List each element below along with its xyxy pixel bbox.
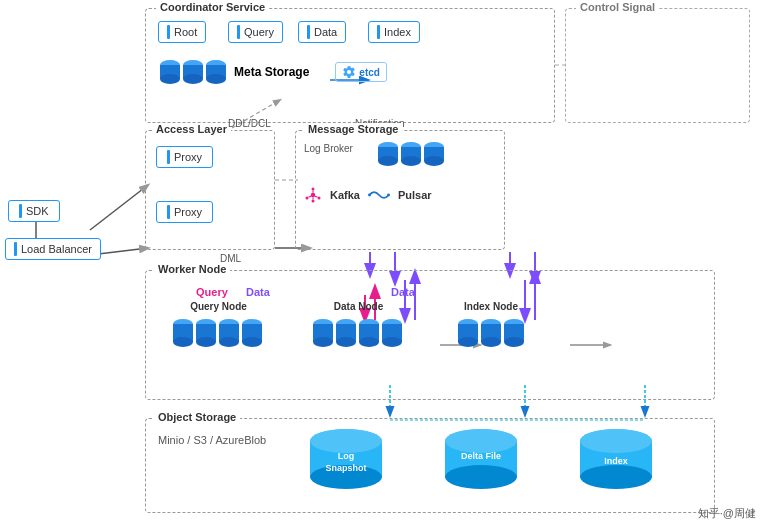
svg-point-45 [312,200,315,203]
delta-file-db: Delta File [441,429,521,497]
svg-point-42 [424,156,444,166]
delta-file-label: Delta File [461,451,501,463]
meta-storage-cylinders [158,57,228,87]
pulsar-label: Pulsar [398,189,432,201]
coordinator-section: Coordinator Service Root Query Data Inde… [145,8,555,123]
svg-point-56 [173,337,193,347]
svg-point-53 [387,194,390,197]
index-db: Index [576,429,656,497]
sdk-node: SDK [8,200,60,222]
proxy2-node: Proxy [156,201,213,223]
log-snapshot-label: Log Snapshot [325,451,366,474]
svg-point-90 [310,429,382,453]
worker-node-section: Worker Node Query Data Data Query Node [145,270,715,400]
svg-point-47 [318,197,321,200]
data-coord-node: Data [298,21,346,43]
log-snapshot-db: Log Snapshot [306,429,386,497]
query-node-label: Query Node [171,301,266,312]
svg-point-52 [368,194,371,197]
message-storage-label: Message Storage [304,123,402,135]
svg-point-36 [378,156,398,166]
index-storage-label: Index [604,456,628,468]
query-flow-label: Query [196,286,228,298]
data-flow-label1: Data [246,286,270,298]
control-signal-label: Control Signal [576,1,659,13]
svg-point-68 [313,337,333,347]
index-node-label: Index Node [456,301,526,312]
svg-point-59 [196,337,216,347]
object-storage-label: Object Storage [154,411,240,423]
data-node-label: Data Node [311,301,406,312]
svg-point-83 [481,337,501,347]
svg-point-98 [580,429,652,453]
coordinator-label: Coordinator Service [156,1,269,13]
svg-point-97 [580,465,652,489]
svg-point-93 [445,465,517,489]
svg-line-51 [315,196,318,197]
svg-point-77 [382,337,402,347]
meta-storage-label: Meta Storage [234,65,309,79]
proxy1-node: Proxy [156,146,213,168]
etcd-gear-icon [342,65,356,79]
object-storage-section: Object Storage Minio / S3 / AzureBlob Lo… [145,418,715,513]
svg-point-46 [306,197,309,200]
message-storage-section: Message Storage Log Broker [295,130,505,250]
etcd-node: etcd [335,62,387,82]
query-coord-node: Query [228,21,283,43]
log-broker-cylinders [376,139,456,171]
svg-point-94 [445,429,517,453]
ddl-dcl-label: DDL/DCL [228,118,271,129]
svg-point-39 [401,156,421,166]
pulsar-icon [368,186,390,204]
minio-s3-label: Minio / S3 / AzureBlob [158,434,266,446]
svg-point-62 [219,337,239,347]
access-layer-label: Access Layer [152,123,231,135]
watermark: 知乎·@周健 [698,506,756,521]
index-node-cylinders [456,316,526,354]
svg-line-1 [90,185,148,230]
control-signal-box: Control Signal [565,8,750,123]
data-flow-label2: Data [391,286,415,298]
svg-line-50 [309,196,312,197]
svg-point-33 [206,74,226,84]
svg-point-44 [312,188,315,191]
data-node-cylinders [311,316,406,354]
svg-point-30 [183,74,203,84]
query-node-cylinders [171,316,266,354]
etcd-label: etcd [359,67,380,78]
svg-point-80 [458,337,478,347]
meta-storage-row: Meta Storage etcd [158,57,387,87]
data-node-group: Data Node [311,301,406,357]
svg-point-43 [311,193,316,198]
log-broker-label: Log Broker [304,143,353,154]
svg-point-27 [160,74,180,84]
svg-point-86 [504,337,524,347]
svg-point-71 [336,337,356,347]
kafka-icon [304,186,322,204]
kafka-label: Kafka [330,189,360,201]
index-coord-node: Index [368,21,420,43]
query-node-group: Query Node [171,301,266,357]
architecture-diagram: Coordinator Service Root Query Data Inde… [0,0,764,525]
svg-point-74 [359,337,379,347]
worker-node-label: Worker Node [154,263,230,275]
svg-point-65 [242,337,262,347]
access-layer-section: Access Layer Proxy Proxy [145,130,275,250]
load-balancer-node: Load Balancer [5,238,101,260]
kafka-pulsar-row: Kafka Pulsar [304,186,432,204]
root-node: Root [158,21,206,43]
index-node-group: Index Node [456,301,526,357]
